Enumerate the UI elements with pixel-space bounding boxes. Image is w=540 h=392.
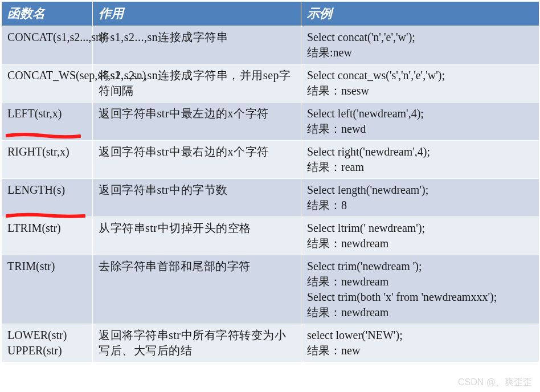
fn-cell: LEFT(str,x)	[2, 102, 93, 140]
fn-cell: CONCAT(s1,s2...,sn)	[2, 26, 93, 64]
table-row: LENGTH(s) 返回字符串str中的字节数 Select length('n…	[2, 178, 539, 217]
function-reference-table: 函数名 作用 示例 CONCAT(s1,s2...,sn) 将s1,s2...,…	[1, 1, 539, 362]
header-row: 函数名 作用 示例	[2, 2, 539, 26]
example-cell: select lower('NEW');结果：new	[301, 324, 539, 362]
table-row: RIGHT(str,x) 返回字符串str中最右边的x个字符 Select ri…	[2, 140, 539, 178]
example-cell: Select length('newdream');结果：8	[301, 178, 539, 217]
table-row: TRIM(str) 去除字符串首部和尾部的字符 Select trim('new…	[2, 255, 539, 324]
fn-cell: LOWER(str)UPPER(str)	[2, 324, 93, 362]
desc-cell: 返回字符串str中最右边的x个字符	[93, 140, 301, 178]
header-fn: 函数名	[2, 2, 93, 26]
fn-cell: LTRIM(str)	[2, 217, 93, 255]
table-row: LOWER(str)UPPER(str) 返回将字符串str中所有字符转变为小写…	[2, 324, 539, 362]
example-cell: Select trim('newdream ');结果：newdreamSele…	[301, 255, 539, 324]
desc-cell: 去除字符串首部和尾部的字符	[93, 255, 301, 324]
example-cell: Select right('newdream',4);结果：ream	[301, 140, 539, 178]
header-example: 示例	[301, 2, 539, 26]
table-row: CONCAT(s1,s2...,sn) 将s1,s2...,sn连接成字符串 S…	[2, 26, 539, 64]
desc-cell: 从字符串str中切掉开头的空格	[93, 217, 301, 255]
table-row: LTRIM(str) 从字符串str中切掉开头的空格 Select ltrim(…	[2, 217, 539, 255]
example-cell: Select left('newdream',4);结果：newd	[301, 102, 539, 140]
desc-cell: 返回字符串str中最左边的x个字符	[93, 102, 301, 140]
fn-cell: LENGTH(s)	[2, 178, 93, 217]
example-cell: Select concat_ws('s','n','e','w');结果：nse…	[301, 64, 539, 102]
fn-cell: CONCAT_WS(sep,s1,s2...,sn)	[2, 64, 93, 102]
header-desc: 作用	[93, 2, 301, 26]
table-row: CONCAT_WS(sep,s1,s2...,sn) 将s1,s2...,sn连…	[2, 64, 539, 102]
watermark-text: CSDN @、爽歪歪	[458, 377, 532, 389]
desc-cell: 将s1,s2...,sn连接成字符串，并用sep字符间隔	[93, 64, 301, 102]
example-cell: Select ltrim(' newdream');结果：newdream	[301, 217, 539, 255]
table-row: LEFT(str,x) 返回字符串str中最左边的x个字符 Select lef…	[2, 102, 539, 140]
desc-cell: 将s1,s2...,sn连接成字符串	[93, 26, 301, 64]
example-cell: Select concat('n','e','w');结果:new	[301, 26, 539, 64]
fn-cell: RIGHT(str,x)	[2, 140, 93, 178]
fn-cell: TRIM(str)	[2, 255, 93, 324]
desc-cell: 返回字符串str中的字节数	[93, 178, 301, 217]
desc-cell: 返回将字符串str中所有字符转变为小写后、大写后的结	[93, 324, 301, 362]
